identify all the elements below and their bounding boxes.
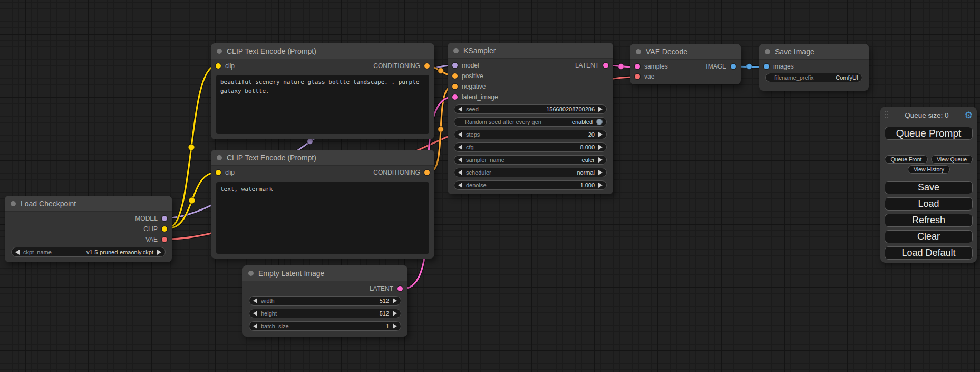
- node-empty-latent-image[interactable]: Empty Latent Image LATENT width 512 heig…: [242, 265, 407, 337]
- width-widget[interactable]: width 512: [249, 296, 401, 306]
- node-ksampler[interactable]: KSampler model LATENT positive negative …: [448, 43, 613, 194]
- conditioning-slot-icon[interactable]: [424, 63, 430, 69]
- node-vae-decode[interactable]: VAE Decode samples IMAGE vae: [630, 44, 741, 84]
- input-slot-images[interactable]: images: [759, 61, 869, 71]
- link-dot[interactable]: [188, 144, 195, 150]
- seed-widget[interactable]: seed 156680208700286: [454, 104, 607, 114]
- vae-slot-icon[interactable]: [162, 237, 167, 242]
- input-slot-negative[interactable]: negative: [448, 81, 613, 92]
- drag-handle-icon[interactable]: [885, 111, 889, 119]
- conditioning-slot-icon[interactable]: [452, 73, 458, 79]
- stepper-left-icon[interactable]: [253, 298, 257, 303]
- stepper-left-icon[interactable]: [15, 250, 20, 255]
- toggle-icon[interactable]: [596, 119, 603, 125]
- node-title-bar[interactable]: Save Image: [759, 44, 869, 60]
- stepper-right-icon[interactable]: [393, 323, 397, 329]
- collapse-dot-icon[interactable]: [217, 155, 222, 160]
- denoise-widget[interactable]: denoise 1.000: [454, 180, 607, 190]
- stepper-right-icon[interactable]: [157, 250, 161, 255]
- stepper-right-icon[interactable]: [598, 170, 603, 175]
- save-button[interactable]: Save: [885, 181, 973, 194]
- height-widget[interactable]: height 512: [249, 309, 401, 318]
- input-slot-positive[interactable]: positive: [448, 71, 613, 81]
- stepper-left-icon[interactable]: [458, 132, 462, 137]
- stepper-right-icon[interactable]: [393, 298, 397, 303]
- stepper-left-icon[interactable]: [458, 157, 462, 163]
- positive-prompt-textarea[interactable]: beautiful scenery nature glass bottle la…: [216, 75, 429, 134]
- clear-button[interactable]: Clear: [885, 230, 973, 243]
- node-title-bar[interactable]: Load Checkpoint: [5, 196, 172, 212]
- conditioning-slot-icon[interactable]: [424, 170, 430, 175]
- node-title-bar[interactable]: KSampler: [448, 43, 613, 59]
- node-title-bar[interactable]: Empty Latent Image: [242, 265, 407, 281]
- model-slot-icon[interactable]: [452, 63, 458, 68]
- latent-slot-icon[interactable]: [397, 286, 403, 291]
- negative-prompt-textarea[interactable]: text, watermark: [216, 182, 429, 254]
- stepper-right-icon[interactable]: [598, 157, 603, 163]
- latent-slot-icon[interactable]: [603, 63, 608, 68]
- input-slot-latent-image[interactable]: latent_image: [448, 92, 613, 102]
- stepper-left-icon[interactable]: [458, 170, 462, 175]
- batch-size-widget[interactable]: batch_size 1: [249, 321, 401, 331]
- node-title-bar[interactable]: VAE Decode: [630, 44, 741, 60]
- node-load-checkpoint[interactable]: Load Checkpoint MODEL CLIP VAE ckpt_name…: [5, 196, 172, 262]
- collapse-dot-icon[interactable]: [248, 271, 254, 276]
- collapse-dot-icon[interactable]: [217, 49, 222, 54]
- link-dot[interactable]: [746, 64, 752, 70]
- link-dot[interactable]: [618, 64, 624, 70]
- image-slot-icon[interactable]: [764, 64, 769, 69]
- output-slot-vae[interactable]: VAE: [5, 234, 172, 245]
- vae-slot-icon[interactable]: [635, 74, 640, 79]
- random-seed-toggle-widget[interactable]: Random seed after every gen enabled: [454, 117, 607, 127]
- ckpt-name-widget[interactable]: ckpt_name v1-5-pruned-emaonly.ckpt: [11, 247, 166, 257]
- node-save-image[interactable]: Save Image images filename_prefix ComfyU…: [759, 44, 869, 91]
- stepper-right-icon[interactable]: [598, 107, 603, 112]
- image-slot-icon[interactable]: [731, 64, 736, 69]
- latent-slot-icon[interactable]: [635, 64, 640, 69]
- stepper-left-icon[interactable]: [253, 311, 257, 316]
- input-slot-vae[interactable]: vae: [630, 71, 741, 81]
- steps-widget[interactable]: steps 20: [454, 130, 607, 139]
- link-dot[interactable]: [189, 197, 195, 204]
- cfg-widget[interactable]: cfg 8.000: [454, 142, 607, 152]
- stepper-left-icon[interactable]: [458, 183, 462, 188]
- node-title-bar[interactable]: CLIP Text Encode (Prompt): [211, 43, 434, 59]
- clip-slot-icon[interactable]: [162, 226, 167, 232]
- stepper-left-icon[interactable]: [253, 323, 257, 329]
- view-queue-button[interactable]: View Queue: [931, 155, 973, 164]
- node-title-bar[interactable]: CLIP Text Encode (Prompt): [211, 150, 434, 166]
- sampler-name-widget[interactable]: sampler_name euler: [454, 155, 607, 165]
- load-default-button[interactable]: Load Default: [885, 246, 973, 260]
- output-slot-latent[interactable]: LATENT: [242, 283, 407, 294]
- node-clip-text-encode-negative[interactable]: CLIP Text Encode (Prompt) clip CONDITION…: [211, 150, 434, 259]
- stepper-right-icon[interactable]: [598, 183, 603, 188]
- output-slot-clip[interactable]: CLIP: [5, 224, 172, 234]
- clip-slot-icon[interactable]: [216, 170, 221, 175]
- latent-slot-icon[interactable]: [452, 94, 458, 100]
- stepper-left-icon[interactable]: [458, 107, 462, 112]
- link-dot[interactable]: [438, 68, 444, 74]
- link-dot[interactable]: [438, 127, 444, 132]
- conditioning-slot-icon[interactable]: [452, 84, 458, 89]
- view-history-button[interactable]: View History: [908, 165, 950, 174]
- model-slot-icon[interactable]: [162, 216, 167, 221]
- link-dot[interactable]: [307, 139, 313, 145]
- collapse-dot-icon[interactable]: [636, 49, 641, 54]
- stepper-right-icon[interactable]: [393, 311, 397, 316]
- collapse-dot-icon[interactable]: [453, 48, 459, 53]
- collapse-dot-icon[interactable]: [765, 49, 770, 54]
- queue-front-button[interactable]: Queue Front: [885, 155, 928, 164]
- stepper-right-icon[interactable]: [598, 132, 603, 137]
- node-clip-text-encode-positive[interactable]: CLIP Text Encode (Prompt) clip CONDITION…: [211, 43, 434, 139]
- scheduler-widget[interactable]: scheduler normal: [454, 168, 607, 177]
- output-slot-model[interactable]: MODEL: [5, 213, 172, 224]
- refresh-button[interactable]: Refresh: [885, 214, 973, 227]
- queue-prompt-button[interactable]: Queue Prompt: [885, 127, 973, 140]
- stepper-right-icon[interactable]: [598, 145, 603, 150]
- filename-prefix-widget[interactable]: filename_prefix ComfyUI: [765, 73, 862, 82]
- node-graph-canvas[interactable]: Load Checkpoint MODEL CLIP VAE ckpt_name…: [0, 0, 980, 372]
- stepper-left-icon[interactable]: [458, 145, 462, 150]
- collapse-dot-icon[interactable]: [11, 201, 16, 206]
- clip-slot-icon[interactable]: [216, 63, 221, 69]
- gear-icon[interactable]: ⚙: [965, 111, 973, 120]
